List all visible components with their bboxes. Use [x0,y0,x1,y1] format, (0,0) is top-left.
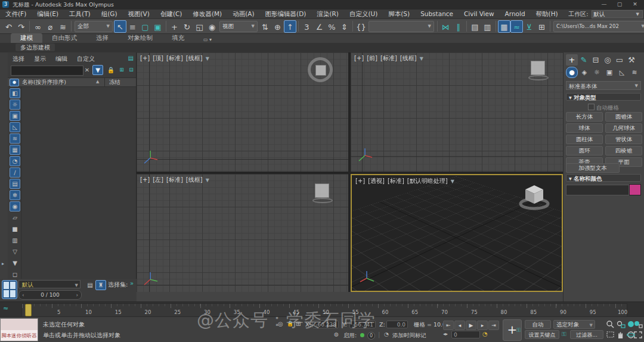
select-and-scale-icon[interactable]: ◱ [193,20,206,33]
curve-editor-icon[interactable]: ≈ [510,20,523,33]
filter-groups-icon[interactable]: ▦ [10,145,20,155]
viewport-shading[interactable]: [线框] [186,55,203,61]
set-keys-button[interactable]: +⚿ [503,319,522,341]
align-icon[interactable]: ∥ [452,20,465,33]
x-coordinate-field[interactable]: -66.238 [312,321,339,328]
lights-icon[interactable]: ☼ [591,67,603,78]
zoom-icon[interactable] [606,320,615,328]
project-folder-dropdown[interactable]: C:\Users\To…ds Max 202▼ [553,21,644,32]
menubar-item-1[interactable]: 文件(F) [0,10,32,18]
selection-lock-icon[interactable]: 🔒 [287,321,293,327]
mirror-icon[interactable]: ⋈ [439,20,452,33]
explorer-list-area[interactable] [21,87,136,279]
zoom-extents-all-icon[interactable] [633,320,643,328]
schematic-view-icon[interactable]: ⊻ [523,20,535,33]
named-selection-sets-dropdown[interactable]: ▼ [369,21,434,32]
menubar-item-5[interactable]: 视图(V) [123,10,155,18]
per-view-filter-icon[interactable]: ▼ [206,56,209,61]
quad-menu-set-dropdown[interactable]: 默认 ▼ [18,280,80,288]
filter-funnel-icon[interactable]: ▼ [92,65,103,75]
filter-hidden-icon[interactable]: ◉ [10,201,20,212]
selected-objects-dropdown[interactable]: 选定对象 ▼ [553,320,595,329]
tab-utilities-icon[interactable]: ⚒ [626,54,637,66]
auto-key-button[interactable]: 自动 [525,320,551,329]
key-mode-toggle-icon[interactable]: ◔ [482,331,488,337]
go-to-start-icon[interactable]: ⇤ [443,321,454,330]
enhanced-text-button[interactable]: 加强型文本 [566,163,620,173]
viewcube[interactable] [308,57,333,82]
explorer-menu-3[interactable]: 编辑 [51,55,72,64]
object-button-6[interactable]: 管状体 [605,135,642,144]
ribbon-toggle-icon[interactable]: ▦ [498,20,510,33]
layer-manager-icon[interactable]: ▤ [469,20,481,33]
previous-frame-icon[interactable]: ◂ [454,321,465,330]
viewport-style[interactable]: [标准] [388,178,404,184]
explorer-options-icon[interactable]: ▤ [128,55,134,61]
filter-xrefs-icon[interactable]: ◔ [10,156,20,166]
viewport-layout-button[interactable] [2,280,17,299]
z-coordinate-field[interactable]: 0.0 [386,321,408,328]
menubar-item-12[interactable]: 脚本(S) [383,10,415,18]
filter-lights-icon[interactable]: ☼ [10,100,20,110]
workspace-selector[interactable]: 工作区: 默认 ▼ [568,10,639,18]
unlink-selection-icon[interactable]: ⌀ [44,20,57,33]
explorer-menu-1[interactable]: 选择 [8,55,29,64]
object-button-7[interactable]: 圆环 [566,146,603,156]
menubar-item-2[interactable]: 编辑(E) [32,10,64,18]
filter-cameras-icon[interactable]: ▣ [10,111,20,121]
degradation-icon[interactable]: ◍ [334,331,339,337]
geometry-icon[interactable]: ● [566,67,578,78]
percent-snap-toggle-icon[interactable]: % [326,20,338,33]
maxscript-mini-listener[interactable]: 脚本迷你侦听器 [0,318,38,341]
frame-spinner-arrows[interactable]: ◂▸ [443,331,448,337]
column-name-header[interactable]: 名称(按升序排序) [22,79,66,86]
next-frame-icon[interactable]: ▸ [477,321,488,330]
display-shapes-icon[interactable]: ■ [10,224,20,234]
isolate-selection-icon[interactable]: ◎ [278,321,283,327]
row-filter-icon[interactable]: ● [10,79,19,86]
scene-explorer-toggle-icon[interactable]: ▥ [481,20,494,33]
polygon-modeling-panel[interactable]: 多边形建模 [16,43,55,51]
autogrid-checkbox[interactable] [588,104,595,110]
menubar-item-7[interactable]: 修改器(M) [187,10,227,18]
redo-icon[interactable]: ↷ [15,20,27,33]
filter-geometry-icon[interactable]: ◧ [10,88,20,98]
per-view-filter-icon[interactable]: ▼ [206,178,209,183]
explorer-menu-2[interactable]: 显示 [29,55,51,64]
close-button[interactable]: ✕ [627,0,643,9]
maximize-viewport-icon[interactable] [633,331,643,339]
ribbon-tab-2[interactable]: 自由形式 [42,33,86,43]
collapse-tree-icon[interactable]: ⊟ [126,65,137,75]
tab-display-icon[interactable]: ▭ [614,54,626,66]
reference-coordinate-system-dropdown[interactable]: 视图▼ [219,21,258,32]
shapes-icon[interactable]: ◈ [578,67,590,78]
space-warps-icon[interactable]: ≋ [628,67,640,78]
select-and-rotate-icon[interactable]: ↻ [181,20,193,33]
angle-snap-toggle-icon[interactable]: ∠ [313,20,326,33]
menubar-item-6[interactable]: 创建(C) [155,10,188,18]
add-time-tag-label[interactable]: 添加时间标记 [392,332,426,340]
helpers-icon[interactable]: ◺ [616,67,628,78]
snaps-toggle-icon[interactable]: 3 [301,20,313,33]
menubar-item-14[interactable]: Civil View [459,10,500,18]
viewport-shading[interactable]: [默认明暗处理] [407,178,448,184]
select-by-name-icon[interactable]: ≡ [126,20,139,33]
select-object-icon[interactable]: ↖ [114,20,126,33]
filter-bones-icon[interactable]: ∕ [10,167,20,178]
ribbon-tab-3[interactable]: 选择 [86,33,118,43]
object-button-2[interactable]: 圆锥体 [605,112,642,122]
play-icon[interactable]: ▶ [466,321,476,330]
pan-icon[interactable] [616,331,626,339]
viewport-left[interactable]: [+][左][标准][线框]▼ [137,174,348,292]
viewport-name[interactable]: [左] [153,176,163,183]
ribbon-collapse-icon[interactable]: ▭ ▾ [194,36,221,43]
filter-space-warps-icon[interactable]: ≋ [10,133,20,144]
next-arrow-icon[interactable]: › [76,291,78,299]
key-filters-button[interactable]: 过滤器... [570,330,603,339]
explorer-column-header[interactable]: ● 名称(按升序排序) ▲ 冻结 [8,77,136,87]
viewport-shading[interactable]: [线框] [186,176,203,183]
viewport-menu-plus[interactable]: [+] [355,178,365,184]
viewport-style[interactable]: [标准] [166,176,183,183]
use-pivot-point-center-icon[interactable]: ⇅ [259,20,271,33]
lock-explorer-icon[interactable]: 🔒 [106,65,116,75]
